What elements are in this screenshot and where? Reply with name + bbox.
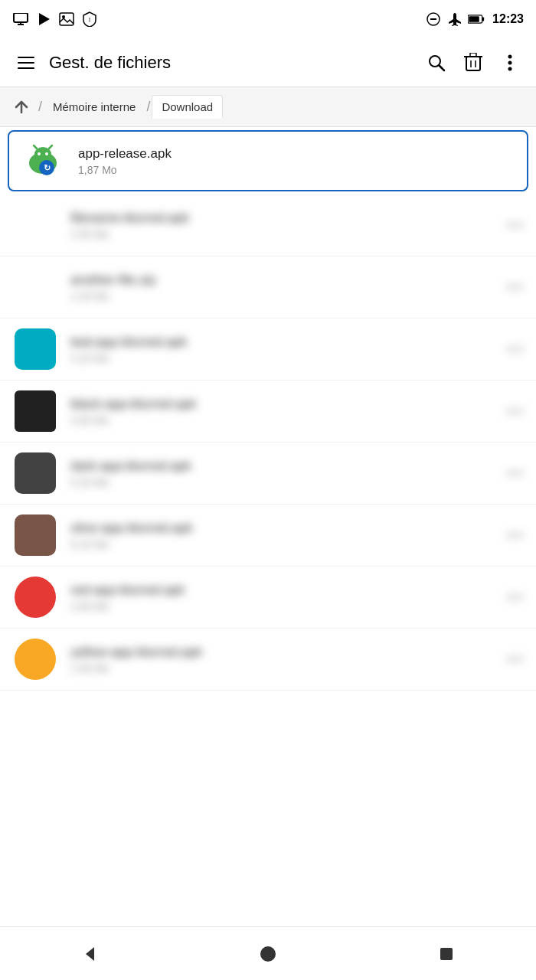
file-meta-6: 6.10 Mo	[70, 538, 500, 550]
file-icon-8	[12, 636, 58, 682]
svg-rect-11	[469, 16, 479, 22]
svg-point-19	[508, 54, 512, 58]
more-button[interactable]	[493, 46, 527, 80]
home-button[interactable]	[241, 935, 295, 973]
app-title: Gest. de fichiers	[49, 53, 420, 73]
status-right: 12:23	[425, 11, 524, 28]
file-icon-apk: ↻	[20, 138, 66, 184]
svg-rect-10	[482, 17, 485, 21]
file-meta-apk: 1,87 Mo	[78, 164, 516, 176]
breadcrumb-separator-2: /	[146, 99, 150, 115]
svg-point-21	[508, 67, 512, 70]
file-name-7: red-app-blurred.apk	[70, 583, 500, 598]
svg-text:↻: ↻	[44, 163, 51, 172]
file-item-8[interactable]: yellow-app-blurred.apk 1.95 Mo ###	[0, 629, 536, 691]
file-icon-4	[12, 388, 58, 434]
svg-marker-32	[86, 947, 94, 961]
delete-button[interactable]	[456, 46, 490, 80]
file-icon-5	[12, 450, 58, 496]
file-list: ↻ app-release.apk 1,87 Mo filename-blurr…	[0, 130, 536, 691]
svg-point-20	[508, 60, 512, 64]
svg-point-29	[45, 152, 48, 155]
file-item-2[interactable]: another-file.zip 1.20 Mo ###	[0, 256, 536, 318]
svg-marker-3	[39, 13, 50, 25]
file-icon-6	[12, 512, 58, 558]
svg-rect-14	[466, 57, 480, 70]
file-name-apk: app-release.apk	[78, 146, 516, 162]
status-icons-left: !	[12, 11, 98, 28]
menu-button[interactable]	[9, 46, 43, 80]
navigation-bar	[0, 926, 536, 980]
file-info-3: teal-app-blurred.apk 3.10 Mo	[70, 335, 500, 364]
toolbar-actions	[420, 46, 527, 80]
file-meta-2: 1.20 Mo	[70, 290, 500, 302]
file-item-apk[interactable]: ↻ app-release.apk 1,87 Mo	[8, 130, 528, 191]
recents-button[interactable]	[420, 935, 473, 973]
shield-icon: !	[81, 11, 98, 28]
file-item-6[interactable]: olive-app-blurred.apk 6.10 Mo ###	[0, 505, 536, 567]
file-info-2: another-file.zip 1.20 Mo	[70, 273, 500, 302]
file-item-1[interactable]: filename-blurred.apk 2.50 Mo ###	[0, 194, 536, 256]
file-item-3[interactable]: teal-app-blurred.apk 3.10 Mo ###	[0, 318, 536, 381]
svg-line-13	[439, 65, 444, 70]
file-meta-4: 4.00 Mo	[70, 414, 500, 426]
file-item-5[interactable]: dark-app-blurred.apk 5.20 Mo ###	[0, 443, 536, 505]
file-name-2: another-file.zip	[70, 273, 500, 288]
file-name-1: filename-blurred.apk	[70, 211, 500, 226]
breadcrumb-download[interactable]: Download	[152, 95, 223, 119]
toolbar: Gest. de fichiers	[0, 38, 536, 87]
file-size-5: ###	[506, 467, 524, 479]
dnd-icon	[425, 11, 442, 28]
file-info-apk: app-release.apk 1,87 Mo	[78, 146, 516, 176]
file-size-7: ###	[506, 591, 524, 603]
file-size-8: ###	[506, 653, 524, 665]
breadcrumb-bar: / Mémoire interne / Download	[0, 87, 536, 127]
file-name-3: teal-app-blurred.apk	[70, 335, 500, 350]
svg-point-33	[260, 946, 276, 962]
breadcrumb-internal-memory[interactable]: Mémoire interne	[44, 96, 145, 118]
search-button[interactable]	[420, 46, 453, 80]
svg-text:!: !	[89, 16, 91, 24]
back-button[interactable]	[63, 935, 116, 973]
svg-rect-34	[440, 948, 453, 960]
image-icon	[58, 11, 75, 28]
file-item-4[interactable]: black-app-blurred.apk 4.00 Mo ###	[0, 381, 536, 443]
file-info-5: dark-app-blurred.apk 5.20 Mo	[70, 459, 500, 488]
file-icon-3	[12, 326, 58, 372]
file-meta-5: 5.20 Mo	[70, 476, 500, 488]
file-size-6: ###	[506, 529, 524, 541]
file-size-1: ###	[506, 219, 524, 231]
file-icon-2	[12, 264, 58, 310]
file-meta-7: 2.80 Mo	[70, 600, 500, 612]
navigate-up-button[interactable]	[6, 92, 37, 122]
file-info-1: filename-blurred.apk 2.50 Mo	[70, 211, 500, 240]
breadcrumb-separator-1: /	[38, 99, 42, 115]
svg-rect-4	[60, 13, 74, 25]
file-size-3: ###	[506, 343, 524, 355]
file-info-6: olive-app-blurred.apk 6.10 Mo	[70, 521, 500, 550]
svg-point-28	[38, 152, 41, 155]
file-size-2: ###	[506, 281, 524, 293]
file-name-4: black-app-blurred.apk	[70, 397, 500, 412]
svg-rect-16	[470, 53, 476, 57]
file-info-8: yellow-app-blurred.apk 1.95 Mo	[70, 645, 500, 675]
tv-icon	[12, 11, 29, 28]
file-name-6: olive-app-blurred.apk	[70, 521, 500, 536]
file-meta-8: 1.95 Mo	[70, 662, 500, 675]
play-store-icon	[35, 11, 52, 28]
file-meta-3: 3.10 Mo	[70, 352, 500, 364]
file-icon-7	[12, 574, 58, 620]
file-info-7: red-app-blurred.apk 2.80 Mo	[70, 583, 500, 612]
airplane-icon	[446, 11, 463, 28]
file-name-5: dark-app-blurred.apk	[70, 459, 500, 474]
time-display: 12:23	[492, 12, 524, 26]
file-meta-1: 2.50 Mo	[70, 228, 500, 240]
file-item-7[interactable]: red-app-blurred.apk 2.80 Mo ###	[0, 567, 536, 629]
svg-rect-0	[14, 13, 28, 22]
file-info-4: black-app-blurred.apk 4.00 Mo	[70, 397, 500, 426]
file-size-4: ###	[506, 405, 524, 417]
file-name-8: yellow-app-blurred.apk	[70, 645, 500, 660]
file-icon-1	[12, 202, 58, 248]
status-bar: ! 12:23	[0, 0, 536, 38]
battery-icon	[468, 11, 485, 28]
